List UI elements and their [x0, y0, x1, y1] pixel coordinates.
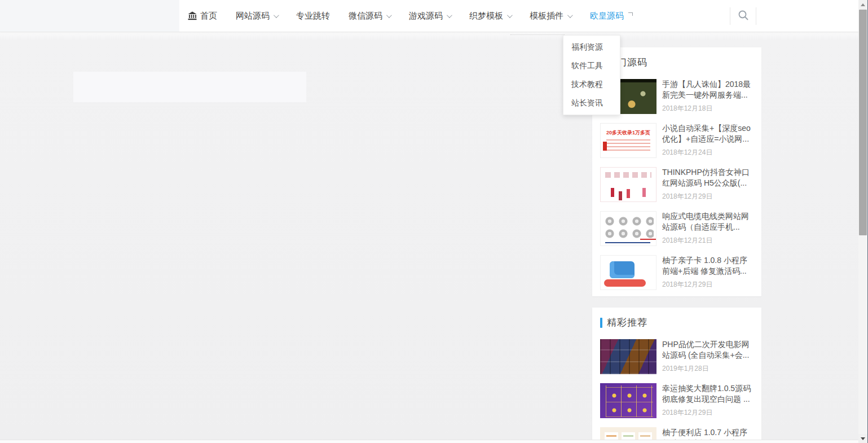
nav-item-label: 专业跳转	[296, 11, 330, 21]
section-accent-bar	[600, 318, 602, 328]
scrollbar-thumb[interactable]	[859, 10, 867, 235]
nav-item-label: 欧皇源码	[590, 11, 624, 21]
list-item: 柚子亲子卡 1.0.8 小程序前端+后端 修复激活码...2018年12月29日	[600, 255, 754, 290]
item-title[interactable]: 幸运抽奖大翻牌1.0.5源码 彻底修复出现空白问题 ...	[662, 383, 754, 405]
list-item: 幸运抽奖大翻牌1.0.5源码 彻底修复出现空白问题 ...2018年12月29日	[600, 383, 754, 418]
item-date: 2018年12月24日	[662, 148, 754, 157]
item-title[interactable]: 响应式电缆电线类网站网站源码（自适应手机...	[662, 211, 754, 233]
item-thumbnail[interactable]: 20多天收录1万多页	[600, 123, 656, 158]
nav-item-0[interactable]: 首页	[187, 11, 217, 21]
nav-item-4[interactable]: 游戏源码	[409, 11, 451, 21]
scroll-up-button[interactable]	[858, 0, 867, 9]
item-date: 2018年12月21日	[662, 236, 754, 245]
bank-icon	[187, 11, 197, 21]
item-meta: PHP品优二次开发电影网站源码 (全自动采集+会...2019年1月28日	[662, 339, 754, 374]
nav-item-label: 首页	[200, 11, 217, 21]
bottom-strip	[0, 440, 858, 443]
item-date: 2018年12月18日	[662, 104, 754, 113]
dropdown-item-3[interactable]: 站长资讯	[563, 94, 620, 112]
dropdown-menu: 福利资源软件工具技术教程站长资讯	[563, 35, 620, 115]
list-item: 响应式电缆电线类网站网站源码（自适应手机...2018年12月21日	[600, 211, 754, 246]
arrow-down-icon	[861, 437, 865, 440]
nav-item-label: 模板插件	[530, 11, 563, 21]
item-thumbnail[interactable]	[600, 255, 656, 290]
item-thumbnail[interactable]	[600, 339, 656, 374]
item-title[interactable]: PHP品优二次开发电影网站源码 (全自动采集+会...	[662, 339, 754, 361]
item-meta: 小说自动采集+【深度seo优化】+自适应=小说网...2018年12月24日	[662, 123, 754, 158]
item-title[interactable]: 手游【凡人诛仙】2018最新完美一键外网服务端...	[662, 79, 754, 100]
item-thumbnail[interactable]	[600, 383, 656, 418]
item-date: 2018年12月29日	[662, 192, 754, 201]
scroll-down-button[interactable]	[858, 434, 867, 443]
chevron-down-icon	[567, 12, 573, 18]
item-meta: THINKPHP仿抖音女神口红网站源码 H5公众版(...2018年12月29日	[662, 167, 754, 202]
item-date: 2018年12月29日	[662, 408, 754, 418]
top-nav-bar: 首页网站源码专业跳转微信源码游戏源码织梦模板模板插件欧皇源码	[0, 0, 868, 32]
chevron-down-icon	[274, 12, 279, 18]
nav-item-3[interactable]: 微信源码	[349, 11, 390, 21]
list-item: PHP品优二次开发电影网站源码 (全自动采集+会...2019年1月28日	[600, 339, 754, 374]
nav-item-6[interactable]: 模板插件	[530, 11, 571, 21]
sidebar-card-recommended: 精彩推荐PHP品优二次开发电影网站源码 (全自动采集+会...2019年1月28…	[592, 308, 761, 443]
main-nav: 首页网站源码专业跳转微信源码游戏源码织梦模板模板插件欧皇源码	[187, 0, 633, 32]
chevron-open-icon	[628, 12, 633, 16]
chevron-down-icon	[447, 12, 452, 18]
item-meta: 柚子亲子卡 1.0.8 小程序前端+后端 修复激活码...2018年12月29日	[662, 255, 754, 290]
item-title[interactable]: THINKPHP仿抖音女神口红网站源码 H5公众版(...	[662, 167, 754, 188]
nav-item-label: 织梦模板	[469, 11, 503, 21]
search-icon	[738, 10, 749, 23]
nav-item-1[interactable]: 网站源码	[236, 11, 277, 21]
nav-item-label: 游戏源码	[409, 11, 443, 21]
list-item: 手游【凡人诛仙】2018最新完美一键外网服务端...2018年12月18日	[600, 79, 754, 114]
item-thumbnail[interactable]	[600, 167, 656, 202]
item-thumbnail[interactable]	[600, 211, 656, 246]
list-item: 20多天收录1万多页小说自动采集+【深度seo优化】+自适应=小说网...201…	[600, 123, 754, 158]
item-meta: 幸运抽奖大翻牌1.0.5源码 彻底修复出现空白问题 ...2018年12月29日	[662, 383, 754, 418]
logo-placeholder	[0, 0, 179, 32]
thumbnail-text: 20多天收录1万多页	[601, 129, 656, 137]
nav-item-label: 微信源码	[349, 11, 382, 21]
section-title: 精彩推荐	[607, 316, 647, 329]
arrow-up-icon	[861, 3, 865, 6]
faint-dotted-line	[510, 34, 565, 35]
section-header: 热门源码	[600, 56, 754, 69]
unloaded-content-placeholder	[73, 72, 306, 102]
browser-scrollbar[interactable]	[858, 0, 867, 443]
item-title[interactable]: 柚子亲子卡 1.0.8 小程序前端+后端 修复激活码...	[662, 255, 754, 277]
item-meta: 手游【凡人诛仙】2018最新完美一键外网服务端...2018年12月18日	[662, 79, 754, 114]
nav-item-7[interactable]: 欧皇源码	[590, 11, 633, 21]
item-title[interactable]: 小说自动采集+【深度seo优化】+自适应=小说网...	[662, 123, 754, 144]
list-item: THINKPHP仿抖音女神口红网站源码 H5公众版(...2018年12月29日	[600, 167, 754, 202]
nav-item-2[interactable]: 专业跳转	[296, 11, 330, 21]
dropdown-item-2[interactable]: 技术教程	[563, 75, 620, 94]
nav-item-label: 网站源码	[236, 11, 270, 21]
nav-item-5[interactable]: 织梦模板	[469, 11, 511, 21]
item-meta: 响应式电缆电线类网站网站源码（自适应手机...2018年12月21日	[662, 211, 754, 246]
section-header: 精彩推荐	[600, 316, 754, 329]
search-button[interactable]	[730, 7, 756, 25]
item-date: 2019年1月28日	[662, 364, 754, 374]
dropdown-item-1[interactable]: 软件工具	[563, 56, 620, 75]
item-date: 2018年12月29日	[662, 280, 754, 290]
chevron-down-icon	[386, 12, 392, 18]
chevron-down-icon	[507, 12, 513, 18]
dropdown-item-0[interactable]: 福利资源	[563, 38, 620, 56]
